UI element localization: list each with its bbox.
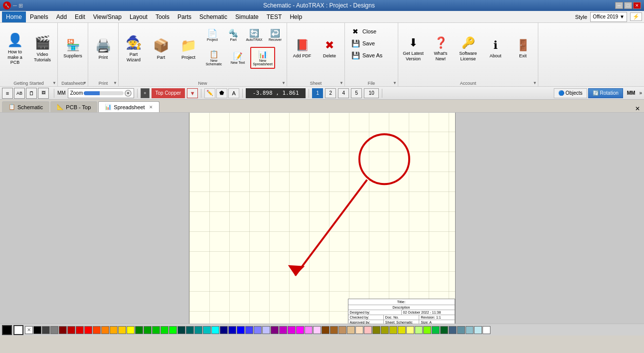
maximize-button[interactable]: □ bbox=[624, 2, 632, 9]
add-pdf-button[interactable]: 📕 Add PDF bbox=[289, 24, 316, 74]
swatch-teal2[interactable] bbox=[186, 326, 194, 334]
snap-num-2[interactable]: 2 bbox=[325, 88, 336, 98]
style-icon-btn[interactable]: ⚡ bbox=[630, 12, 642, 21]
snap-layer-button[interactable]: Top Copper bbox=[152, 88, 185, 98]
swatch-orange3[interactable] bbox=[110, 326, 118, 334]
objects-button[interactable]: 🔵 Objects bbox=[554, 88, 587, 98]
swatch-blue3[interactable] bbox=[237, 326, 245, 334]
swatch-olive[interactable] bbox=[372, 326, 380, 334]
tab-schematic[interactable]: 📋 Schematic bbox=[2, 101, 49, 112]
menu-item-viewsnap[interactable]: View/Snap bbox=[89, 11, 126, 22]
spreadsheet-tab-close[interactable]: ✕ bbox=[149, 105, 153, 110]
snap-top-copper-icon[interactable]: ▼ bbox=[187, 88, 198, 98]
swatch-purple1[interactable] bbox=[271, 326, 279, 334]
project-button[interactable]: 📁 Project bbox=[175, 24, 202, 74]
swatch-cyan1[interactable] bbox=[203, 326, 211, 334]
swatch-green4[interactable] bbox=[161, 326, 168, 334]
fill-icon[interactable]: ⬟ bbox=[216, 88, 227, 98]
swatch-teal1[interactable] bbox=[177, 326, 185, 334]
zoom-slider[interactable] bbox=[84, 91, 124, 95]
recover-button[interactable]: ↩️ Recover bbox=[265, 24, 285, 46]
swatch-blue4[interactable] bbox=[245, 326, 253, 334]
part-button[interactable]: 📦 Part bbox=[148, 24, 174, 74]
swatch-pink2[interactable] bbox=[313, 326, 321, 334]
new-expand[interactable]: ▼ bbox=[282, 81, 286, 85]
swatch-green1[interactable] bbox=[135, 326, 143, 334]
mode-icon-4[interactable]: 🖼 bbox=[38, 88, 49, 99]
save-as-button[interactable]: 💾 Save As bbox=[346, 50, 396, 61]
swatch-skyblue[interactable] bbox=[466, 326, 474, 334]
menu-item-panels[interactable]: Panels bbox=[26, 11, 52, 22]
autotrax-button[interactable]: 🔄 AutoTRAX bbox=[244, 24, 264, 46]
swatch-darkgreen1[interactable] bbox=[432, 326, 440, 334]
new-spreadsheet-button[interactable]: 📊 New Spreadsheet bbox=[250, 47, 275, 69]
swatch-red2[interactable] bbox=[76, 326, 84, 334]
swatch-tan1[interactable] bbox=[338, 326, 346, 334]
swatch-pink1[interactable] bbox=[305, 326, 313, 334]
video-tutorials-button[interactable]: 🎬 Video Tutorials bbox=[29, 24, 56, 74]
snap-num-5[interactable]: 5 bbox=[351, 88, 362, 98]
snap-num-1[interactable]: 1 bbox=[312, 88, 323, 98]
swatch-darkgreen2[interactable] bbox=[440, 326, 448, 334]
swatch-lightblue1[interactable] bbox=[254, 326, 262, 334]
swatch-magenta2[interactable] bbox=[296, 326, 304, 334]
print-button[interactable]: 🖨️ Print bbox=[90, 24, 117, 74]
menu-item-edit[interactable]: Edit bbox=[71, 11, 89, 22]
swatch-lightgreen1[interactable] bbox=[415, 326, 423, 334]
swatch-gray[interactable] bbox=[50, 326, 58, 334]
swatch-black[interactable] bbox=[33, 326, 41, 334]
pencil-icon[interactable]: ✏️ bbox=[204, 88, 215, 98]
mode-icon-2[interactable]: AB bbox=[14, 88, 25, 99]
sheet-expand[interactable]: ▼ bbox=[339, 81, 343, 85]
swatch-red1[interactable] bbox=[67, 326, 75, 334]
swatch-khaki[interactable] bbox=[381, 326, 389, 334]
part2-button[interactable]: 🔩 Part bbox=[223, 24, 243, 46]
swatch-darkred1[interactable] bbox=[59, 326, 67, 334]
suppliers-button[interactable]: 🏪 Suppliers bbox=[59, 24, 86, 74]
menu-item-simulate[interactable]: Simulate bbox=[231, 11, 263, 22]
menu-item-test[interactable]: TEST bbox=[263, 11, 286, 22]
swatch-iceblue[interactable] bbox=[474, 326, 482, 334]
swatch-brown2[interactable] bbox=[330, 326, 338, 334]
active-color-black[interactable] bbox=[2, 325, 12, 335]
exit-button[interactable]: 🚪 Exit bbox=[509, 24, 536, 74]
swatch-teal3[interactable] bbox=[194, 326, 202, 334]
rotation-button[interactable]: 🔄 Rotation bbox=[588, 88, 623, 98]
snap-num-4[interactable]: 4 bbox=[338, 88, 349, 98]
swatch-orange1[interactable] bbox=[93, 326, 101, 334]
menu-item-parts[interactable]: Parts bbox=[173, 11, 195, 22]
tab-spreadsheet[interactable]: 📊 Spreadsheet ✕ bbox=[98, 101, 159, 112]
file-expand[interactable]: ▼ bbox=[393, 81, 397, 85]
delete-button[interactable]: ✖ Delete bbox=[316, 24, 343, 74]
tab-pcb-top[interactable]: 📐 PCB - Top bbox=[50, 101, 97, 112]
new-schematic-button[interactable]: 📋 New Schematic bbox=[202, 47, 225, 69]
title-bar-controls[interactable]: ─ □ ✕ bbox=[615, 2, 641, 9]
swatch-tan2[interactable] bbox=[347, 326, 355, 334]
get-latest-button[interactable]: ⬇ Get LatestVersion bbox=[400, 24, 427, 74]
swatch-lightgreen2[interactable] bbox=[423, 326, 431, 334]
snap-extra-icon[interactable]: » bbox=[639, 90, 642, 96]
close-file-button[interactable]: ✖ Close bbox=[346, 26, 396, 37]
menu-item-layout[interactable]: Layout bbox=[126, 11, 152, 22]
swatch-lightblue2[interactable] bbox=[262, 326, 270, 334]
mode-icon-3[interactable]: 🗒 bbox=[26, 88, 37, 99]
menu-item-add[interactable]: Add bbox=[52, 11, 71, 22]
swatch-lightred[interactable] bbox=[364, 326, 372, 334]
swatch-white[interactable] bbox=[483, 326, 490, 334]
swatch-green5[interactable] bbox=[169, 326, 177, 334]
active-color-white[interactable] bbox=[13, 325, 23, 335]
close-button[interactable]: ✕ bbox=[633, 2, 641, 9]
menu-item-tools[interactable]: Tools bbox=[152, 11, 173, 22]
swatch-lightyellow[interactable] bbox=[406, 326, 414, 334]
menu-item-help[interactable]: Help bbox=[286, 11, 306, 22]
how-to-button[interactable]: 👤 How to make a PCB bbox=[1, 24, 28, 74]
whats-new-button[interactable]: ❓ What'sNew! bbox=[427, 24, 454, 74]
swatch-cross[interactable]: ✕ bbox=[25, 326, 33, 334]
text-icon[interactable]: A bbox=[228, 88, 239, 98]
swatch-brown1[interactable] bbox=[322, 326, 329, 334]
swatch-lime1[interactable] bbox=[389, 326, 397, 334]
swatch-lime2[interactable] bbox=[398, 326, 406, 334]
part-wizard-button[interactable]: 🧙 Part Wizard bbox=[120, 24, 147, 74]
print-expand[interactable]: ▼ bbox=[113, 81, 117, 85]
swatch-flesh[interactable] bbox=[355, 326, 363, 334]
